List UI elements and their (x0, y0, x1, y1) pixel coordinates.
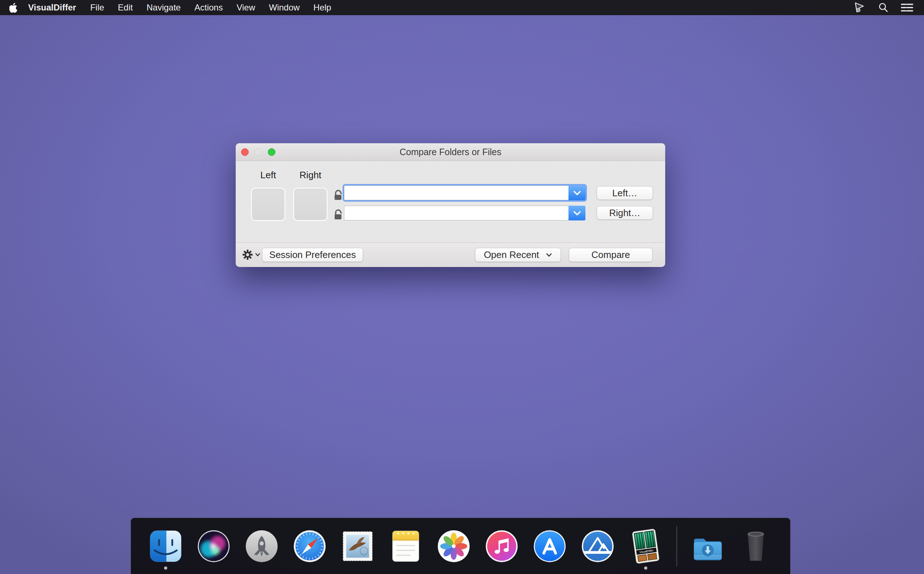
right-path-combo (344, 206, 586, 221)
finder-icon[interactable] (148, 529, 183, 563)
close-button[interactable] (241, 148, 249, 156)
menu-window[interactable]: Window (262, 0, 306, 15)
left-folder-drop-well[interactable] (251, 188, 286, 221)
chevron-down-icon (255, 253, 260, 257)
left-pane-label: Left (251, 170, 286, 181)
notification-center-icon[interactable] (901, 3, 913, 13)
choose-left-button[interactable]: Left… (597, 186, 653, 200)
zoom-button[interactable] (268, 148, 275, 156)
compare-form: Left Right Left… Right… (236, 161, 665, 243)
apple-menu-icon[interactable] (5, 3, 22, 13)
window-title-bar[interactable]: Compare Folders or Files (236, 143, 665, 161)
siri-icon[interactable] (196, 529, 231, 563)
dock: VisualDiffer (131, 518, 790, 574)
left-path-combo (344, 185, 586, 200)
left-path-input[interactable] (344, 185, 569, 200)
right-path-dropdown-button[interactable] (569, 206, 586, 221)
right-unlock-icon[interactable] (333, 209, 343, 220)
trash-icon[interactable] (738, 529, 773, 563)
mail-icon[interactable] (340, 529, 375, 563)
menu-navigate[interactable]: Navigate (140, 0, 188, 15)
menu-bar-status-area (853, 2, 919, 14)
choose-right-button[interactable]: Right… (597, 206, 653, 220)
compare-button[interactable]: Compare (569, 248, 652, 262)
itunes-icon[interactable] (484, 529, 519, 563)
chevron-down-icon (546, 253, 552, 257)
action-gear-menu[interactable] (242, 249, 260, 261)
session-preferences-button[interactable]: Session Preferences (262, 248, 363, 262)
left-path-dropdown-button[interactable] (569, 185, 586, 200)
cursor-status-icon[interactable] (853, 2, 866, 14)
right-pane-label: Right (293, 170, 328, 181)
menu-edit[interactable]: Edit (111, 0, 140, 15)
open-recent-label: Open Recent (484, 249, 539, 260)
app-store-icon[interactable] (532, 529, 567, 563)
compare-window: Compare Folders or Files Left Right Left… (236, 143, 665, 267)
menu-view[interactable]: View (229, 0, 262, 15)
menu-bar: VisualDiffer File Edit Navigate Actions … (0, 0, 924, 15)
window-bottom-bar: Session Preferences Open Recent Compare (236, 243, 665, 266)
notes-icon[interactable] (389, 529, 423, 563)
downloads-folder-icon[interactable] (690, 529, 725, 563)
launchpad-icon[interactable] (244, 529, 279, 563)
active-app-name[interactable]: VisualDiffer (22, 3, 84, 13)
menu-file[interactable]: File (84, 0, 111, 15)
safari-icon[interactable] (292, 529, 327, 563)
menu-actions[interactable]: Actions (188, 0, 230, 15)
right-path-input[interactable] (344, 206, 569, 221)
window-title: Compare Folders or Files (400, 147, 501, 157)
left-unlock-icon[interactable] (333, 190, 343, 200)
minimize-button-disabled (254, 148, 262, 156)
blue-mountain-app-icon[interactable] (580, 529, 615, 563)
menu-help[interactable]: Help (306, 0, 338, 15)
dock-separator (676, 526, 677, 566)
open-recent-dropdown[interactable]: Open Recent (475, 248, 561, 262)
traffic-lights (241, 143, 275, 161)
spotlight-search-icon[interactable] (878, 2, 889, 13)
gear-icon (242, 249, 254, 261)
photos-icon[interactable] (436, 529, 471, 563)
visualdiffer-icon[interactable]: VisualDiffer (629, 529, 663, 563)
right-folder-drop-well[interactable] (293, 188, 328, 221)
